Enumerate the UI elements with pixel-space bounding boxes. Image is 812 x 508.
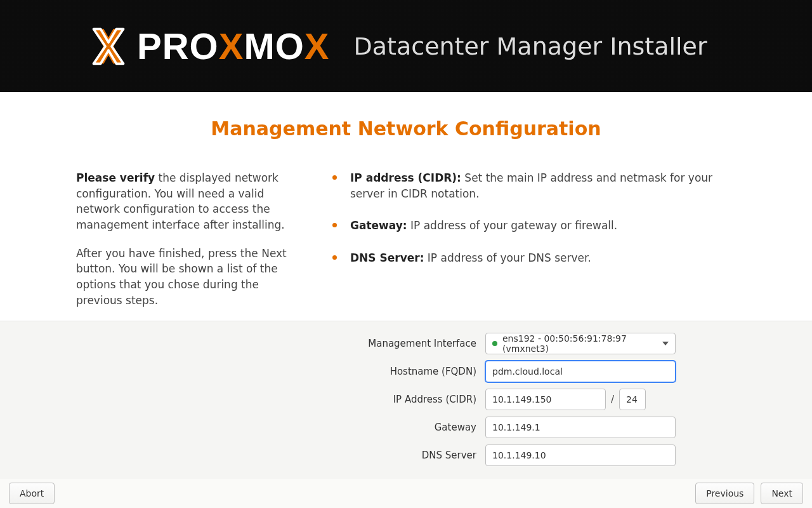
bullets-column: IP address (CIDR): Set the main IP addre… xyxy=(330,170,736,321)
cidr-slash: / xyxy=(611,394,614,405)
info-columns: Please verify the displayed network conf… xyxy=(76,170,736,321)
interface-status-dot-icon xyxy=(492,341,497,346)
dns-server-input[interactable] xyxy=(485,444,676,466)
intro-column: Please verify the displayed network conf… xyxy=(76,170,304,321)
chevron-down-icon xyxy=(662,342,669,345)
header: PROXMOX Datacenter Manager Installer xyxy=(0,0,812,92)
gateway-input[interactable] xyxy=(485,417,676,438)
previous-button[interactable]: Previous xyxy=(695,483,754,504)
bullet-ip: IP address (CIDR): Set the main IP addre… xyxy=(330,170,736,201)
cidr-input[interactable] xyxy=(619,389,646,410)
page-title: Management Network Configuration xyxy=(0,117,812,140)
label-management-interface: Management Interface xyxy=(130,338,485,349)
brand-logo: PROXMOX xyxy=(89,25,330,67)
footer: Abort Previous Next xyxy=(0,479,812,508)
label-gateway: Gateway xyxy=(130,422,485,433)
intro-paragraph-2: After you have finished, press the Next … xyxy=(76,246,304,309)
proxmox-x-icon xyxy=(89,27,128,66)
label-dns-server: DNS Server xyxy=(130,450,485,461)
network-form: Management Interface ens192 - 00:50:56:9… xyxy=(0,321,812,479)
label-hostname: Hostname (FQDN) xyxy=(130,366,485,377)
main-content: Management Network Configuration Please … xyxy=(0,92,812,321)
management-interface-select[interactable]: ens192 - 00:50:56:91:78:97 (vmxnet3) xyxy=(485,333,676,354)
intro-paragraph-1: Please verify the displayed network conf… xyxy=(76,170,304,233)
bullet-gateway: Gateway: IP address of your gateway or f… xyxy=(330,218,736,234)
interface-selected-text: ens192 - 00:50:56:91:78:97 (vmxnet3) xyxy=(502,333,657,354)
bullet-dns: DNS Server: IP address of your DNS serve… xyxy=(330,250,736,266)
abort-button[interactable]: Abort xyxy=(9,483,55,504)
label-ip-address: IP Address (CIDR) xyxy=(130,394,485,405)
brand-wordmark: PROXMOX xyxy=(137,25,330,67)
next-button[interactable]: Next xyxy=(761,483,803,504)
header-title: Datacenter Manager Installer xyxy=(354,32,707,60)
hostname-input[interactable] xyxy=(485,361,676,382)
ip-address-input[interactable] xyxy=(485,389,606,410)
